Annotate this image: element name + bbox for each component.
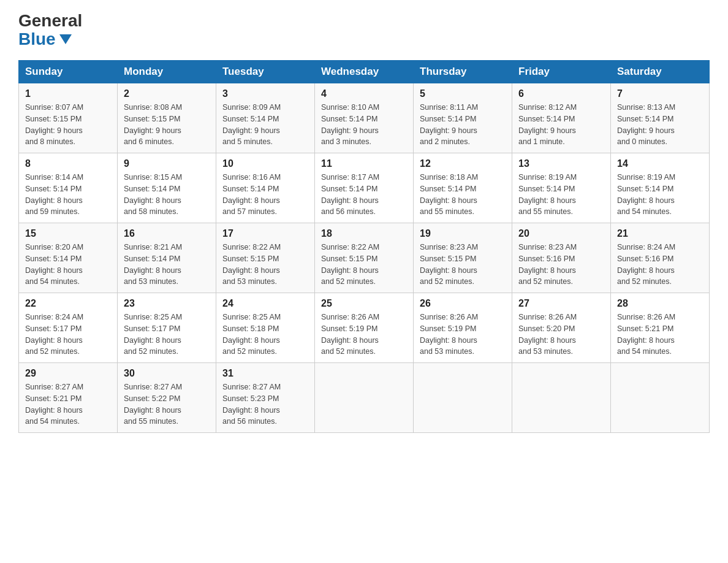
calendar-cell: 30 Sunrise: 8:27 AMSunset: 5:22 PMDaylig… <box>118 363 216 433</box>
day-info: Sunrise: 8:15 AMSunset: 5:14 PMDaylight:… <box>124 172 210 218</box>
day-number: 10 <box>222 158 308 169</box>
day-number: 28 <box>617 298 703 309</box>
weekday-header-saturday: Saturday <box>611 61 710 83</box>
day-info: Sunrise: 8:08 AMSunset: 5:15 PMDaylight:… <box>124 102 210 148</box>
weekday-header-wednesday: Wednesday <box>315 61 414 83</box>
weekday-header-sunday: Sunday <box>19 61 118 83</box>
day-number: 16 <box>124 228 210 239</box>
calendar-cell: 21 Sunrise: 8:24 AMSunset: 5:16 PMDaylig… <box>611 223 710 293</box>
calendar-cell: 27 Sunrise: 8:26 AMSunset: 5:20 PMDaylig… <box>512 293 611 363</box>
calendar-cell: 8 Sunrise: 8:14 AMSunset: 5:14 PMDayligh… <box>19 153 118 223</box>
calendar-cell: 17 Sunrise: 8:22 AMSunset: 5:15 PMDaylig… <box>216 223 315 293</box>
day-info: Sunrise: 8:22 AMSunset: 5:15 PMDaylight:… <box>321 242 407 288</box>
logo-triangle-icon <box>59 34 72 44</box>
weekday-header-tuesday: Tuesday <box>216 61 315 83</box>
day-info: Sunrise: 8:14 AMSunset: 5:14 PMDaylight:… <box>25 172 111 218</box>
day-number: 3 <box>222 88 308 99</box>
calendar-cell: 22 Sunrise: 8:24 AMSunset: 5:17 PMDaylig… <box>19 293 118 363</box>
calendar-cell: 11 Sunrise: 8:17 AMSunset: 5:14 PMDaylig… <box>315 153 414 223</box>
day-info: Sunrise: 8:10 AMSunset: 5:14 PMDaylight:… <box>321 102 407 148</box>
day-number: 23 <box>124 298 210 309</box>
day-number: 14 <box>617 158 703 169</box>
day-number: 4 <box>321 88 407 99</box>
day-info: Sunrise: 8:20 AMSunset: 5:14 PMDaylight:… <box>25 242 111 288</box>
weekday-header-monday: Monday <box>118 61 216 83</box>
calendar-cell: 1 Sunrise: 8:07 AMSunset: 5:15 PMDayligh… <box>19 83 118 153</box>
day-number: 15 <box>25 228 111 239</box>
logo: General Blue <box>18 12 82 49</box>
calendar-cell <box>414 363 512 433</box>
week-row-2: 8 Sunrise: 8:14 AMSunset: 5:14 PMDayligh… <box>19 153 710 223</box>
calendar-cell: 6 Sunrise: 8:12 AMSunset: 5:14 PMDayligh… <box>512 83 611 153</box>
day-info: Sunrise: 8:26 AMSunset: 5:21 PMDaylight:… <box>617 312 703 358</box>
day-info: Sunrise: 8:25 AMSunset: 5:17 PMDaylight:… <box>124 312 210 358</box>
calendar-cell: 4 Sunrise: 8:10 AMSunset: 5:14 PMDayligh… <box>315 83 414 153</box>
day-info: Sunrise: 8:26 AMSunset: 5:19 PMDaylight:… <box>321 312 407 358</box>
calendar-table: SundayMondayTuesdayWednesdayThursdayFrid… <box>18 60 710 433</box>
day-info: Sunrise: 8:27 AMSunset: 5:23 PMDaylight:… <box>222 381 308 427</box>
day-number: 8 <box>25 158 111 169</box>
weekday-header-friday: Friday <box>512 61 611 83</box>
day-number: 11 <box>321 158 407 169</box>
day-number: 1 <box>25 88 111 99</box>
day-number: 29 <box>25 368 111 379</box>
day-number: 17 <box>222 228 308 239</box>
day-info: Sunrise: 8:26 AMSunset: 5:20 PMDaylight:… <box>518 312 604 358</box>
calendar-cell <box>611 363 710 433</box>
calendar-cell: 18 Sunrise: 8:22 AMSunset: 5:15 PMDaylig… <box>315 223 414 293</box>
calendar-cell: 16 Sunrise: 8:21 AMSunset: 5:14 PMDaylig… <box>118 223 216 293</box>
calendar-cell <box>315 363 414 433</box>
week-row-4: 22 Sunrise: 8:24 AMSunset: 5:17 PMDaylig… <box>19 293 710 363</box>
week-row-5: 29 Sunrise: 8:27 AMSunset: 5:21 PMDaylig… <box>19 363 710 433</box>
day-number: 9 <box>124 158 210 169</box>
day-number: 22 <box>25 298 111 309</box>
day-number: 21 <box>617 228 703 239</box>
calendar-cell: 14 Sunrise: 8:19 AMSunset: 5:14 PMDaylig… <box>611 153 710 223</box>
calendar-cell: 7 Sunrise: 8:13 AMSunset: 5:14 PMDayligh… <box>611 83 710 153</box>
day-info: Sunrise: 8:24 AMSunset: 5:16 PMDaylight:… <box>617 242 703 288</box>
day-number: 7 <box>617 88 703 99</box>
weekday-header-thursday: Thursday <box>414 61 512 83</box>
week-row-3: 15 Sunrise: 8:20 AMSunset: 5:14 PMDaylig… <box>19 223 710 293</box>
day-info: Sunrise: 8:09 AMSunset: 5:14 PMDaylight:… <box>222 102 308 148</box>
calendar-cell: 10 Sunrise: 8:16 AMSunset: 5:14 PMDaylig… <box>216 153 315 223</box>
day-info: Sunrise: 8:23 AMSunset: 5:16 PMDaylight:… <box>518 242 604 288</box>
day-number: 6 <box>518 88 604 99</box>
day-info: Sunrise: 8:19 AMSunset: 5:14 PMDaylight:… <box>518 172 604 218</box>
day-info: Sunrise: 8:27 AMSunset: 5:21 PMDaylight:… <box>25 381 111 427</box>
calendar-cell: 25 Sunrise: 8:26 AMSunset: 5:19 PMDaylig… <box>315 293 414 363</box>
day-number: 31 <box>222 368 308 379</box>
calendar-cell: 5 Sunrise: 8:11 AMSunset: 5:14 PMDayligh… <box>414 83 512 153</box>
calendar-cell: 23 Sunrise: 8:25 AMSunset: 5:17 PMDaylig… <box>118 293 216 363</box>
day-info: Sunrise: 8:23 AMSunset: 5:15 PMDaylight:… <box>420 242 506 288</box>
calendar-cell: 15 Sunrise: 8:20 AMSunset: 5:14 PMDaylig… <box>19 223 118 293</box>
day-info: Sunrise: 8:19 AMSunset: 5:14 PMDaylight:… <box>617 172 703 218</box>
day-number: 20 <box>518 228 604 239</box>
calendar-cell: 2 Sunrise: 8:08 AMSunset: 5:15 PMDayligh… <box>118 83 216 153</box>
day-info: Sunrise: 8:26 AMSunset: 5:19 PMDaylight:… <box>420 312 506 358</box>
calendar-cell <box>512 363 611 433</box>
weekday-header-row: SundayMondayTuesdayWednesdayThursdayFrid… <box>19 61 710 83</box>
calendar-cell: 24 Sunrise: 8:25 AMSunset: 5:18 PMDaylig… <box>216 293 315 363</box>
calendar-cell: 9 Sunrise: 8:15 AMSunset: 5:14 PMDayligh… <box>118 153 216 223</box>
calendar-cell: 29 Sunrise: 8:27 AMSunset: 5:21 PMDaylig… <box>19 363 118 433</box>
day-number: 18 <box>321 228 407 239</box>
day-number: 27 <box>518 298 604 309</box>
logo-general-text: General <box>18 12 82 29</box>
calendar-cell: 12 Sunrise: 8:18 AMSunset: 5:14 PMDaylig… <box>414 153 512 223</box>
day-number: 5 <box>420 88 506 99</box>
day-info: Sunrise: 8:18 AMSunset: 5:14 PMDaylight:… <box>420 172 506 218</box>
day-number: 26 <box>420 298 506 309</box>
day-info: Sunrise: 8:16 AMSunset: 5:14 PMDaylight:… <box>222 172 308 218</box>
day-info: Sunrise: 8:12 AMSunset: 5:14 PMDaylight:… <box>518 102 604 148</box>
day-info: Sunrise: 8:24 AMSunset: 5:17 PMDaylight:… <box>25 312 111 358</box>
calendar-cell: 28 Sunrise: 8:26 AMSunset: 5:21 PMDaylig… <box>611 293 710 363</box>
day-info: Sunrise: 8:17 AMSunset: 5:14 PMDaylight:… <box>321 172 407 218</box>
day-number: 19 <box>420 228 506 239</box>
day-info: Sunrise: 8:22 AMSunset: 5:15 PMDaylight:… <box>222 242 308 288</box>
day-number: 24 <box>222 298 308 309</box>
calendar-cell: 19 Sunrise: 8:23 AMSunset: 5:15 PMDaylig… <box>414 223 512 293</box>
page-header: General Blue <box>18 12 710 49</box>
day-info: Sunrise: 8:13 AMSunset: 5:14 PMDaylight:… <box>617 102 703 148</box>
week-row-1: 1 Sunrise: 8:07 AMSunset: 5:15 PMDayligh… <box>19 83 710 153</box>
